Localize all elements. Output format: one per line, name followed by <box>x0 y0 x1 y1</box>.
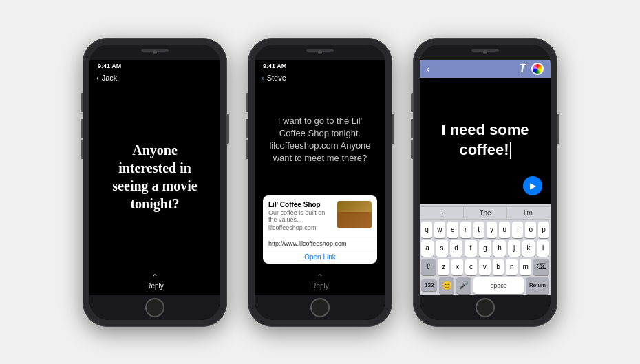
home-button-3[interactable] <box>476 298 495 317</box>
key-o[interactable]: o <box>525 222 536 238</box>
keyboard-row-1: q w e r t y u i o p <box>421 222 549 238</box>
message-area-1: Anyone interested in seeing a movie toni… <box>89 85 220 269</box>
keyboard-row-2: a s d f g h j k l <box>421 240 549 257</box>
toolbar-3: T <box>519 63 544 75</box>
key-a[interactable]: a <box>421 240 434 257</box>
key-t[interactable]: t <box>473 222 484 238</box>
shift-key[interactable]: ⇧ <box>421 259 436 275</box>
key-k[interactable]: k <box>522 240 535 257</box>
link-card-title: Lil' Coffee Shop <box>268 201 332 208</box>
link-card-url: http://www.lilcoffeeshop.com <box>263 237 377 250</box>
suggestions-bar: i The I'm <box>421 206 549 220</box>
keyboard: i The I'm q w e r t y u i o p a <box>420 204 551 295</box>
compose-text: I need somecoffee! <box>441 121 529 158</box>
home-button-2[interactable] <box>310 298 330 317</box>
text-style-icon[interactable]: T <box>519 63 526 75</box>
key-b[interactable]: b <box>493 259 504 275</box>
camera-2 <box>318 50 322 54</box>
key-w[interactable]: w <box>434 222 445 238</box>
color-picker-icon[interactable] <box>531 63 544 75</box>
delete-key[interactable]: ⌫ <box>533 259 549 275</box>
key-j[interactable]: j <box>508 240 520 257</box>
key-h[interactable]: h <box>493 240 506 257</box>
reply-chevron-1: ⌃ <box>151 273 158 281</box>
message-area-2: I want to go to the Lil' Coffee Shop ton… <box>255 85 385 190</box>
keyboard-bottom-row: 123 😊 🎤 space Return <box>421 277 549 294</box>
status-bar-1: 9:41 AM <box>89 60 220 72</box>
mic-key[interactable]: 🎤 <box>456 277 471 294</box>
compose-area[interactable]: I need somecoffee! ▶ <box>420 78 551 204</box>
phone-3: ‹ T I need somecoffee! ▶ i The I'm <box>413 38 557 327</box>
key-q[interactable]: q <box>421 222 432 238</box>
reply-chevron-2: ⌃ <box>317 273 323 281</box>
time-1: 9:41 AM <box>98 63 121 69</box>
key-v[interactable]: v <box>479 259 491 275</box>
space-key[interactable]: space <box>473 277 524 294</box>
reply-label-2: Reply <box>311 282 329 290</box>
key-n[interactable]: n <box>506 259 518 275</box>
key-x[interactable]: x <box>451 259 463 275</box>
home-button-1[interactable] <box>145 298 164 317</box>
back-button-1[interactable]: ‹ <box>96 74 99 82</box>
emoji-key[interactable]: 😊 <box>439 277 454 294</box>
key-s[interactable]: s <box>436 240 448 257</box>
keyboard-row-3: ⇧ z x c v b n m ⌫ <box>421 259 549 275</box>
suggestion-the[interactable]: The <box>464 207 506 219</box>
suggestion-i[interactable]: i <box>421 207 464 219</box>
key-m[interactable]: m <box>520 259 531 275</box>
open-link-button[interactable]: Open Link <box>263 250 377 264</box>
key-z[interactable]: z <box>438 259 449 275</box>
camera <box>153 50 157 54</box>
message-text-2: I want to go to the Lil' Coffee Shop ton… <box>266 115 374 165</box>
back-button-2[interactable]: ‹ <box>262 74 264 82</box>
key-i[interactable]: i <box>512 222 523 238</box>
link-card-domain: lilcoffeeshop.com <box>268 224 332 231</box>
reply-bar-1[interactable]: ⌃ Reply <box>89 269 220 295</box>
reply-bar-2[interactable]: ⌃ Reply <box>255 269 385 295</box>
link-card: Lil' Coffee Shop Our coffee is built on … <box>263 195 377 264</box>
key-g[interactable]: g <box>479 240 491 257</box>
link-card-desc: Our coffee is built on the values... <box>268 209 332 223</box>
reply-label-1: Reply <box>146 282 164 290</box>
nav-bar-1: ‹ Jack <box>89 72 220 85</box>
contact-name-1: Jack <box>102 74 118 82</box>
link-card-thumbnail <box>337 201 372 228</box>
cursor <box>510 142 511 159</box>
key-c[interactable]: c <box>465 259 477 275</box>
send-button[interactable]: ▶ <box>523 176 542 195</box>
key-u[interactable]: u <box>499 222 510 238</box>
key-p[interactable]: p <box>538 222 549 238</box>
phone-2: 9:41 AM ‹ Steve I want to go to the Lil'… <box>248 38 392 327</box>
suggestion-im[interactable]: I'm <box>507 207 549 219</box>
back-button-3[interactable]: ‹ <box>427 63 430 74</box>
numbers-key[interactable]: 123 <box>421 279 437 291</box>
return-key[interactable]: Return <box>526 277 549 294</box>
phone-1: 9:41 AM ‹ Jack Anyone interested in seei… <box>83 38 227 327</box>
nav-bar-2: ‹ Steve <box>255 72 385 85</box>
status-bar-2: 9:41 AM <box>255 60 385 72</box>
key-f[interactable]: f <box>465 240 477 257</box>
key-y[interactable]: y <box>487 222 498 238</box>
key-d[interactable]: d <box>450 240 462 257</box>
contact-name-2: Steve <box>267 74 286 82</box>
key-l[interactable]: l <box>537 240 549 257</box>
key-e[interactable]: e <box>447 222 458 238</box>
key-r[interactable]: r <box>460 222 471 238</box>
time-2: 9:41 AM <box>263 63 286 69</box>
camera-3 <box>483 50 487 54</box>
message-text-1: Anyone interested in seeing a movie toni… <box>103 141 206 213</box>
